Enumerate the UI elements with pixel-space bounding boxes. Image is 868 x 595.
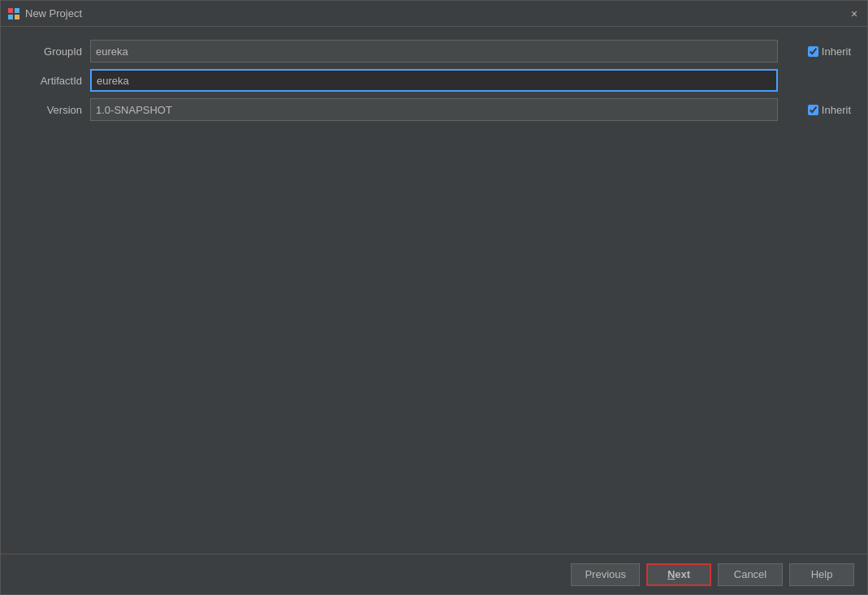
help-button[interactable]: Help bbox=[789, 563, 854, 586]
groupid-inherit-checkbox[interactable] bbox=[808, 46, 818, 57]
version-input[interactable] bbox=[90, 98, 778, 121]
groupid-inherit-container: Inherit bbox=[786, 45, 851, 58]
svg-rect-2 bbox=[8, 15, 13, 19]
groupid-input[interactable] bbox=[90, 40, 778, 63]
dialog-title: New Project bbox=[25, 7, 848, 19]
svg-rect-0 bbox=[8, 8, 13, 13]
artifactid-input[interactable] bbox=[90, 69, 778, 92]
dialog-content: GroupId Inherit ArtifactId Inherit Versi… bbox=[1, 27, 867, 554]
version-inherit-checkbox[interactable] bbox=[808, 105, 818, 115]
artifactid-label: ArtifactId bbox=[17, 75, 82, 87]
svg-rect-3 bbox=[15, 15, 19, 19]
app-icon bbox=[7, 7, 20, 20]
version-inherit-container: Inherit bbox=[786, 104, 851, 116]
title-bar: New Project × bbox=[1, 1, 867, 27]
groupid-inherit-label: Inherit bbox=[822, 45, 851, 58]
close-button[interactable]: × bbox=[848, 7, 861, 20]
svg-rect-1 bbox=[15, 8, 19, 13]
version-inherit-label: Inherit bbox=[822, 104, 851, 116]
version-label: Version bbox=[17, 104, 82, 116]
groupid-label: GroupId bbox=[17, 45, 82, 58]
previous-button[interactable]: Previous bbox=[571, 563, 640, 586]
cancel-button[interactable]: Cancel bbox=[718, 563, 783, 586]
next-label: Next bbox=[667, 568, 690, 580]
version-row: Version Inherit bbox=[17, 98, 851, 121]
next-button[interactable]: Next bbox=[646, 563, 711, 586]
new-project-dialog: New Project × GroupId Inherit ArtifactId bbox=[0, 0, 868, 595]
dialog-footer: Previous Next Cancel Help bbox=[1, 554, 867, 594]
artifactid-row: ArtifactId Inherit bbox=[17, 69, 851, 92]
form-section: GroupId Inherit ArtifactId Inherit Versi… bbox=[17, 40, 851, 121]
groupid-row: GroupId Inherit bbox=[17, 40, 851, 63]
